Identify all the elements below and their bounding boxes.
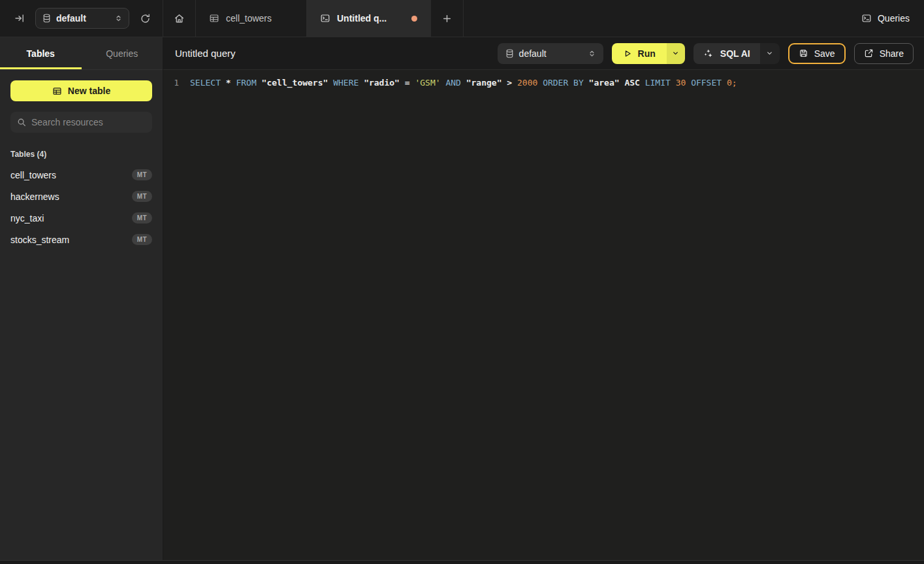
code-line: 1 SELECT * FROM "cell_towers" WHERE "rad… xyxy=(163,76,924,90)
tab-label: Untitled q... xyxy=(337,13,387,24)
share-button-label: Share xyxy=(880,48,904,59)
topbar-left: default xyxy=(0,0,163,37)
refresh-icon xyxy=(140,13,151,24)
connection-select[interactable]: default xyxy=(498,43,603,64)
chevron-down-icon xyxy=(766,50,773,57)
queries-button[interactable]: Queries xyxy=(861,13,910,24)
share-button[interactable]: Share xyxy=(854,43,914,64)
connection-select[interactable]: default xyxy=(35,8,129,29)
content: Tables Queries New table xyxy=(0,37,924,560)
run-button-label: Run xyxy=(638,48,656,59)
search-input[interactable] xyxy=(31,117,150,127)
sql-ai-button[interactable]: SQL AI xyxy=(693,43,760,64)
table-engine-badge: MT xyxy=(132,212,152,224)
sparkles-icon xyxy=(703,48,714,59)
sidebar-tab-queries[interactable]: Queries xyxy=(82,37,163,69)
table-name: nyc_taxi xyxy=(10,213,44,224)
run-split-button: Run xyxy=(612,43,685,64)
table-name: cell_towers xyxy=(10,170,56,180)
plus-icon xyxy=(442,14,452,24)
database-icon xyxy=(42,14,51,23)
search-box xyxy=(10,112,152,133)
topbar: default xyxy=(0,0,924,37)
refresh-button[interactable] xyxy=(137,10,153,27)
table-name: stocks_stream xyxy=(10,235,69,245)
connection-select-value: default xyxy=(56,13,86,24)
search-icon xyxy=(17,118,26,127)
save-button-label: Save xyxy=(814,48,835,59)
share-icon xyxy=(864,48,874,58)
bottom-edge xyxy=(0,560,924,564)
tab-cell-towers[interactable]: cell_towers xyxy=(196,0,307,37)
sidebar-tabs: Tables Queries xyxy=(0,37,163,70)
collapse-sidebar-icon xyxy=(14,13,25,24)
table-list-item[interactable]: nyc_taxiMT xyxy=(0,207,163,229)
console-icon xyxy=(320,13,330,24)
tables-section-title: Tables (4) xyxy=(10,150,152,159)
unfold-chevrons-icon xyxy=(115,14,122,22)
connection-select-value: default xyxy=(519,48,547,59)
table-engine-badge: MT xyxy=(132,234,152,245)
sidebar-tab-label: Queries xyxy=(106,48,138,59)
sidebar-tab-tables[interactable]: Tables xyxy=(0,37,82,69)
tables-list: cell_towersMThackernewsMTnyc_taxiMTstock… xyxy=(0,164,163,250)
sql-ai-split-button: SQL AI xyxy=(693,43,780,64)
table-list-item[interactable]: hackernewsMT xyxy=(0,186,163,207)
queries-button-label: Queries xyxy=(878,13,910,24)
collapse-sidebar-button[interactable] xyxy=(12,10,27,26)
main-panel: Untitled query default xyxy=(163,37,924,560)
sql-editor[interactable]: 1 SELECT * FROM "cell_towers" WHERE "rad… xyxy=(163,70,924,560)
unfold-chevrons-icon xyxy=(588,50,596,58)
new-table-button-label: New table xyxy=(68,86,110,96)
sql-ai-options-button[interactable] xyxy=(760,43,780,64)
tab-untitled-query[interactable]: Untitled q... xyxy=(307,0,431,37)
page-title: Untitled query xyxy=(175,48,236,59)
tab-label: cell_towers xyxy=(226,13,272,24)
table-icon xyxy=(52,86,62,96)
table-engine-badge: MT xyxy=(132,191,152,202)
new-table-button[interactable]: New table xyxy=(10,80,152,101)
new-tab-button[interactable] xyxy=(431,0,464,37)
chevron-down-icon xyxy=(672,50,679,57)
line-number: 1 xyxy=(163,76,179,90)
app-window: default xyxy=(0,0,924,564)
editor-header: Untitled query default xyxy=(163,37,924,70)
sidebar-tab-label: Tables xyxy=(27,48,55,59)
unsaved-changes-dot xyxy=(411,16,417,22)
home-icon xyxy=(174,13,185,24)
topbar-right: Queries xyxy=(861,0,924,37)
database-icon xyxy=(505,49,514,58)
run-button[interactable]: Run xyxy=(612,43,667,64)
save-icon xyxy=(799,48,808,58)
code-content: SELECT * FROM "cell_towers" WHERE "radio… xyxy=(179,76,737,90)
run-options-button[interactable] xyxy=(667,43,685,64)
play-icon xyxy=(623,49,632,58)
table-engine-badge: MT xyxy=(132,169,152,180)
table-list-item[interactable]: cell_towersMT xyxy=(0,164,163,186)
table-list-item[interactable]: stocks_streamMT xyxy=(0,229,163,250)
save-button[interactable]: Save xyxy=(788,43,846,64)
console-icon xyxy=(861,13,872,24)
table-icon xyxy=(209,13,219,24)
sidebar: Tables Queries New table xyxy=(0,37,163,560)
home-tab[interactable] xyxy=(163,0,196,37)
table-name: hackernews xyxy=(10,191,59,202)
tabstrip: cell_towers Untitled q... xyxy=(163,0,464,37)
sql-ai-button-label: SQL AI xyxy=(720,48,750,59)
